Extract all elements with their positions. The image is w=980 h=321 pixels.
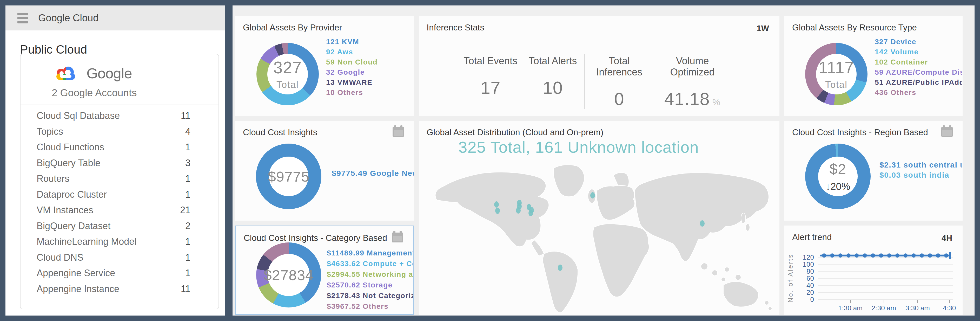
legend-item[interactable]: $9775.49 Google New Lab xyxy=(332,168,414,178)
legend-item[interactable]: 13 VMWARE xyxy=(326,77,412,88)
resource-count: 4 xyxy=(185,126,191,137)
divider xyxy=(21,105,218,105)
provider-donut-chart[interactable]: 327 Total xyxy=(256,43,319,105)
legend-item[interactable]: 121 KVM xyxy=(326,37,412,47)
google-account-card[interactable]: Google 2 Google Accounts Cloud Sql Datab… xyxy=(20,54,219,309)
resource-count: 1 xyxy=(185,252,191,263)
legend-item[interactable]: 59 Non Cloud xyxy=(326,57,412,67)
time-range-badge[interactable]: 4H xyxy=(942,233,952,243)
google-wordmark: Google xyxy=(86,65,132,82)
resource-count: 2 xyxy=(185,220,191,232)
stat-value: 41.18% xyxy=(654,89,730,109)
main-content: Global Assets By Provider 327 Total 121 … xyxy=(232,5,975,316)
resource-count: 3 xyxy=(185,158,191,169)
calendar-button[interactable] xyxy=(391,125,405,139)
resource-count: 11 xyxy=(181,110,191,121)
card-assets-by-resource-type: Global Assets By Resource Type 1117 Tota… xyxy=(784,16,963,116)
donut-center: 1117 Total xyxy=(805,43,867,105)
legend-item[interactable]: $2178.43 Not Categorized xyxy=(327,290,413,301)
legend-item[interactable]: 10 Others xyxy=(326,88,412,97)
resource-label: Cloud Sql Database xyxy=(37,110,120,121)
google-cloud-icon xyxy=(52,65,79,81)
card-alert-trend: Alert trend 4H 0204060801001201:30 am2:3… xyxy=(784,225,963,315)
resource-count: 1 xyxy=(185,173,191,184)
svg-text:100: 100 xyxy=(803,260,814,268)
calendar-icon xyxy=(391,230,404,243)
legend-item[interactable]: 436 Others xyxy=(875,88,962,97)
sidebar-title: Google Cloud xyxy=(38,13,99,24)
stat: Total Inferences0 xyxy=(584,54,654,109)
provider-legend: 121 KVM92 Aws59 Non Cloud32 Google13 VMW… xyxy=(326,37,412,97)
resource-row[interactable]: MachineLearning Model1 xyxy=(21,234,218,250)
sidebar-header: Google Cloud xyxy=(5,5,225,30)
card-cost-insights[interactable]: Cloud Cost Insights $9775 $9775.49 Googl… xyxy=(235,121,414,220)
svg-text:3:30 am: 3:30 am xyxy=(905,304,930,312)
card-title: Alert trend xyxy=(792,232,832,242)
legend-item[interactable]: $11489.99 Management Tools xyxy=(327,248,413,258)
resource-row[interactable]: Topics4 xyxy=(21,124,218,140)
resource-row[interactable]: Appengine Instance11 xyxy=(21,281,218,297)
time-range-badge[interactable]: 1W xyxy=(757,24,769,33)
stat-value: 0 xyxy=(585,89,654,109)
stat: Total Alerts10 xyxy=(521,54,584,109)
stat: Total Events17 xyxy=(460,54,521,109)
legend-item[interactable]: $4633.62 Compute + Containers xyxy=(327,258,413,269)
resource-label: MachineLearning Model xyxy=(37,236,137,247)
donut-center: 327 Total xyxy=(256,43,319,105)
legend-item[interactable]: 32 Google xyxy=(326,67,412,77)
svg-text:4:30: 4:30 xyxy=(943,304,956,312)
svg-text:60: 60 xyxy=(807,275,814,282)
menu-icon[interactable] xyxy=(18,13,28,23)
resource-row[interactable]: BigQuery Dataset2 xyxy=(21,218,218,234)
donut-center: $27834 xyxy=(256,243,321,307)
world-map[interactable] xyxy=(422,157,776,314)
resource-row[interactable]: VM Instances21 xyxy=(21,202,218,218)
card-inference-stats: Inference Stats 1W Total Events17Total A… xyxy=(419,16,780,116)
card-cost-region-based[interactable]: Cloud Cost Insights - Region Based $2 ↓2… xyxy=(784,121,963,220)
svg-text:20: 20 xyxy=(807,289,814,296)
cost-donut-chart[interactable]: $9775 xyxy=(256,144,321,209)
alert-trend-chart[interactable]: 0204060801001201:30 am2:30 am3:30 am4:30… xyxy=(786,244,958,312)
resource-row[interactable]: Dataproc Cluster1 xyxy=(21,187,218,203)
resource-donut-chart[interactable]: 1117 Total xyxy=(805,43,867,105)
legend-item[interactable]: $0.03 south india xyxy=(880,170,962,180)
resource-count: 11 xyxy=(181,284,191,294)
resource-row[interactable]: Routers1 xyxy=(21,171,218,187)
legend-item[interactable]: $2994.55 Networking and Content xyxy=(327,269,413,279)
stat-label: Volume Optimized xyxy=(654,56,730,78)
legend-item[interactable]: 142 Volume xyxy=(875,47,962,57)
resource-count: 1 xyxy=(185,268,191,279)
resource-row[interactable]: Cloud DNS1 xyxy=(21,250,218,265)
resource-count: 1 xyxy=(185,142,191,153)
resource-row[interactable]: Cloud Functions1 xyxy=(21,139,218,155)
stat: Volume Optimized41.18% xyxy=(654,54,730,109)
legend-item[interactable]: 102 Container xyxy=(875,57,962,67)
stat-value: 17 xyxy=(460,78,521,98)
region-legend: $2.31 south central us$0.03 south india xyxy=(880,160,962,180)
category-donut-chart[interactable]: $27834 xyxy=(256,243,321,307)
legend-item[interactable]: $3967.52 Others xyxy=(327,301,413,311)
card-cost-category-based[interactable]: Cloud Cost Insights - Category Based $27… xyxy=(235,225,414,315)
legend-item[interactable]: $2.31 south central us xyxy=(880,160,962,170)
stat-label: Total Inferences xyxy=(585,56,654,78)
stat-unit: % xyxy=(713,97,721,107)
resource-list: Cloud Sql Database11Topics4Cloud Functio… xyxy=(21,108,218,297)
cost-delta: ↓20% xyxy=(826,181,850,192)
svg-text:0: 0 xyxy=(810,295,814,303)
resource-label: Cloud Functions xyxy=(37,142,104,153)
calendar-button[interactable] xyxy=(391,230,404,244)
legend-item[interactable]: 327 Device xyxy=(875,37,962,47)
legend-item[interactable]: 92 Aws xyxy=(326,47,412,57)
resource-label: Appengine Instance xyxy=(37,284,119,294)
resource-row[interactable]: Cloud Sql Database11 xyxy=(21,108,218,124)
resource-row[interactable]: BigQuery Table3 xyxy=(21,155,218,171)
svg-text:1:30 am: 1:30 am xyxy=(838,304,862,312)
legend-item[interactable]: 51 AZURE/Public IPAddress xyxy=(875,77,962,88)
resource-label: BigQuery Dataset xyxy=(37,220,110,232)
card-title: Inference Stats xyxy=(426,22,484,32)
region-donut-chart[interactable]: $2 ↓20% xyxy=(805,144,870,209)
calendar-button[interactable] xyxy=(940,125,954,139)
legend-item[interactable]: $2570.62 Storage xyxy=(327,279,413,290)
legend-item[interactable]: 59 AZURE/Compute Disk xyxy=(875,67,962,77)
resource-row[interactable]: Appengine Service1 xyxy=(21,265,218,281)
